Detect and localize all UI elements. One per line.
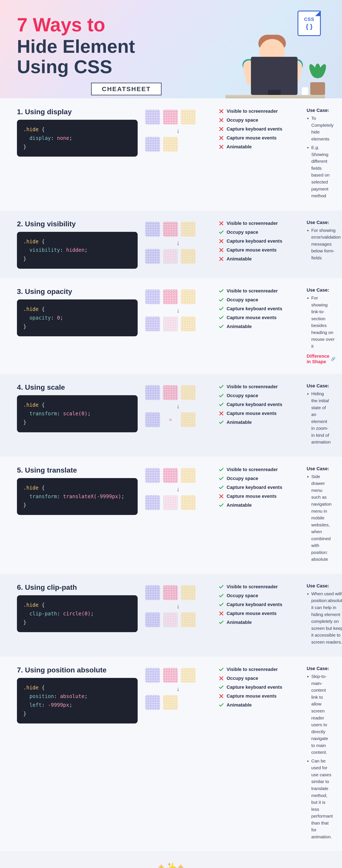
method-row: 2. Using visibility.hide { visibility: h… (0, 211, 342, 278)
arrow-down-icon: ↓ (145, 240, 211, 246)
method-title: 5. Using translate (17, 466, 138, 474)
cross-icon (218, 611, 224, 616)
properties-list: Visible to screenreaderOccupy spaceCaptu… (218, 583, 299, 647)
method-row: 6. Using clip-path.hide { clip-path: cir… (0, 574, 342, 656)
property-item: Capture mouse events (218, 135, 299, 141)
property-item: Occupy space (218, 476, 299, 481)
usecase-title: Use Case: (307, 107, 334, 113)
usecase: Use Case:To Completely hide elementsE.g.… (307, 107, 334, 201)
properties-list: Visible to screenreaderOccupy spaceCaptu… (218, 107, 299, 201)
usecase: Use Case:When used with position:absolut… (307, 583, 342, 647)
check-icon (218, 584, 224, 590)
arrow-down-icon: ↓ (145, 486, 211, 492)
usecase-item: For showing error/validation messages be… (311, 227, 341, 261)
title-red: 7 Ways to (17, 15, 208, 35)
usecase: Use Case:Side drawer menu such as naviga… (307, 466, 332, 564)
method-title: 3. Using opacity (17, 287, 138, 296)
property-item: Capture mouse events (218, 611, 299, 616)
method-row: 4. Using scale.hide { transform: scale(0… (0, 374, 342, 457)
property-item: Occupy space (218, 117, 299, 123)
property-item: Visible to screenreader (218, 467, 299, 472)
code-block: .hide { transform: translateX(-9999px);} (17, 478, 138, 515)
property-item: Occupy space (218, 297, 299, 303)
code-block: .hide { transform: scale(0);} (17, 395, 138, 432)
property-item: Visible to screenreader (218, 288, 299, 294)
properties-list: Visible to screenreaderOccupy spaceCaptu… (218, 287, 299, 365)
usecase-title: Use Case: (307, 466, 332, 471)
check-icon (218, 502, 224, 508)
code-block: .hide { opacity: 0;} (17, 300, 138, 336)
property-item: Animatable (218, 420, 299, 425)
usecase-item: Hiding the initial state of an element i… (311, 390, 331, 445)
check-icon (218, 467, 224, 472)
visualization: ↓ (145, 383, 211, 447)
cross-icon (218, 126, 224, 132)
property-item: Occupy space (218, 229, 299, 235)
difference-link[interactable]: Difference in Shape 🔗 (307, 353, 335, 365)
method-title: 6. Using clip-path (17, 583, 138, 591)
cross-icon (218, 411, 224, 416)
property-item: Occupy space (218, 676, 299, 681)
visualization: ↓ (145, 666, 211, 842)
properties-list: Visible to screenreaderOccupy spaceCaptu… (218, 466, 299, 564)
cross-icon (218, 676, 224, 681)
usecase-list: Hiding the initial state of an element i… (311, 390, 331, 445)
cross-icon (218, 221, 224, 226)
property-item: Animatable (218, 324, 299, 329)
property-item: Animatable (218, 256, 299, 262)
check-icon (218, 315, 224, 320)
property-item: Capture mouse events (218, 247, 299, 253)
property-item: Occupy space (218, 393, 299, 398)
cross-icon (218, 135, 224, 141)
title-dark-1: Hide Element (17, 36, 208, 57)
property-item: Animatable (218, 702, 299, 708)
check-icon (218, 324, 224, 329)
cross-icon (218, 693, 224, 699)
property-item: Capture keyboard events (218, 402, 299, 407)
check-icon (218, 702, 224, 708)
method-row: 5. Using translate.hide { transform: tra… (0, 457, 342, 574)
check-icon (218, 476, 224, 481)
usecase-title: Use Case: (307, 583, 342, 589)
check-icon (218, 393, 224, 398)
visualization: ↓ (145, 583, 211, 647)
check-icon (218, 420, 224, 425)
code-block: .hide { visibility: hidden;} (17, 232, 138, 269)
title-dark-2: Using CSS (17, 57, 208, 77)
visualization: ↓ (145, 287, 211, 365)
usecase: Use Case:For showing link-to-section bes… (307, 287, 335, 365)
property-item: Visible to screenreader (218, 584, 299, 590)
property-item: Capture mouse events (218, 494, 299, 499)
usecase-item: To Completely hide elements (311, 115, 334, 143)
usecase-list: Skip-to-main-content link to allow scree… (311, 673, 333, 840)
method-row: 3. Using opacity.hide { opacity: 0;}↓Vis… (0, 278, 342, 374)
code-block: .hide { display: none;} (17, 120, 138, 157)
usecase-item: For showing link-to-section besides head… (311, 294, 335, 350)
property-item: Capture mouse events (218, 411, 299, 416)
usecase-title: Use Case: (307, 287, 335, 293)
check-icon (218, 402, 224, 407)
property-item: Capture keyboard events (218, 602, 299, 607)
property-item: Animatable (218, 144, 299, 150)
method-row: 7. Using position absolute.hide { positi… (0, 656, 342, 851)
usecase-title: Use Case: (307, 220, 341, 225)
cross-icon (218, 144, 224, 150)
bonus-section: ✦✨✦ BONUS: ACCESSIBLE WAY TO COMPLETELY … (0, 851, 342, 868)
external-link-icon: 🔗 (331, 356, 335, 361)
property-item: Capture keyboard events (218, 306, 299, 311)
code-block: .hide { clip-path: circle(0);} (17, 595, 138, 632)
method-title: 7. Using position absolute (17, 666, 138, 674)
check-icon (218, 684, 224, 690)
property-item: Capture keyboard events (218, 239, 299, 244)
usecase: Use Case:Hiding the initial state of an … (307, 383, 331, 447)
usecase-item: When used with position:absolute, it can… (311, 590, 342, 646)
cheatsheet-badge: CHEATSHEET (91, 83, 162, 95)
usecase-list: For showing error/validation messages be… (311, 227, 341, 261)
check-icon (218, 288, 224, 294)
property-item: Visible to screenreader (218, 221, 299, 226)
method-title: 2. Using visibility (17, 220, 138, 228)
usecase-list: For showing link-to-section besides head… (311, 294, 335, 350)
arrow-down-icon: ↓ (145, 128, 211, 134)
properties-list: Visible to screenreaderOccupy spaceCaptu… (218, 220, 299, 269)
usecase-item: Side drawer menu such as navigation menu… (311, 473, 332, 563)
